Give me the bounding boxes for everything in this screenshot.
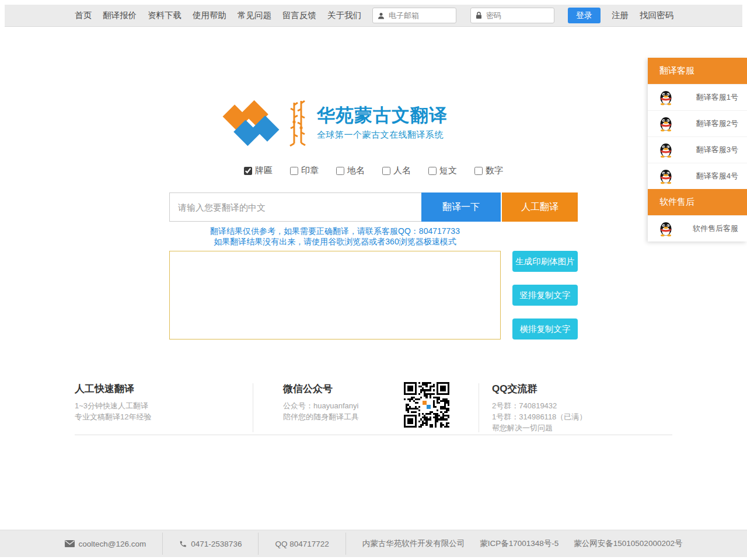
footer-wechat-line1: 公众号：huayuanfanyi <box>283 400 359 411</box>
translate-service-header: 翻译客服 <box>648 58 747 84</box>
footer-manual-translate: 人工快速翻译 1~3分钟快速人工翻译 专业文稿翻译12年经验 <box>75 382 151 422</box>
footer-qq-line1: 2号群：740819432 <box>492 400 587 411</box>
company-name: 内蒙古华苑软件开发有限公司 <box>362 538 465 549</box>
nav-pricing[interactable]: 翻译报价 <box>103 10 137 21</box>
category-personname[interactable]: 人名 <box>382 165 411 176</box>
nav-downloads[interactable]: 资料下载 <box>148 10 181 21</box>
login-cluster: 登录 注册 找回密码 <box>372 8 673 23</box>
category-number[interactable]: 数字 <box>474 165 503 176</box>
category-personname-checkbox[interactable] <box>382 167 390 175</box>
qq-penguin-icon <box>658 168 674 184</box>
footer-manual-line2: 专业文稿翻译12年经验 <box>75 411 151 422</box>
qq-penguin-icon <box>658 142 674 158</box>
category-placename-checkbox[interactable] <box>336 167 344 175</box>
sidebar-item-service-4[interactable]: 翻译客服4号 <box>648 163 747 189</box>
site-subtitle: 全球第一个蒙古文在线翻译系统 <box>317 130 448 141</box>
envelope-icon <box>65 540 75 547</box>
category-number-checkbox[interactable] <box>474 167 483 175</box>
nav-faq[interactable]: 常见问题 <box>238 10 271 21</box>
register-link[interactable]: 注册 <box>612 10 629 21</box>
sidebar-item-service-3[interactable]: 翻译客服3号 <box>648 136 747 163</box>
category-plaque[interactable]: 牌匾 <box>244 165 273 176</box>
notice: 翻译结果仅供参考，如果需要正确翻译，请联系客服QQ：804717733 如果翻译… <box>0 226 670 247</box>
email-input[interactable] <box>389 11 451 20</box>
qq-penguin-icon <box>658 89 674 106</box>
site-title: 华苑蒙古文翻译 <box>317 106 448 125</box>
footer-divider <box>253 383 253 432</box>
notice-line-2: 如果翻译结果没有出来，请使用谷歌浏览器或者360浏览器极速模式 <box>0 236 670 247</box>
nav-about[interactable]: 关于我们 <box>327 10 361 21</box>
translate-input[interactable] <box>169 192 421 222</box>
footer-divider <box>479 383 479 432</box>
mongolian-script-icon <box>285 100 310 146</box>
email-field-wrap <box>372 8 456 23</box>
footer-qq-line3: 帮您解决一切问题 <box>492 422 587 433</box>
page: 首页 翻译报价 资料下载 使用帮助 常见问题 留言反馈 关于我们 <box>0 0 747 560</box>
manual-translate-button[interactable]: 人工翻译 <box>502 192 578 222</box>
bottombar-email: cooltech@126.com <box>48 540 163 548</box>
translate-row: 翻译一下 人工翻译 <box>169 192 578 222</box>
sidebar-item-aftersale[interactable]: 软件售后客服 <box>648 215 747 242</box>
category-shorttext[interactable]: 短文 <box>428 165 457 176</box>
password-input[interactable] <box>486 11 549 20</box>
top-navbar: 首页 翻译报价 资料下载 使用帮助 常见问题 留言反馈 关于我们 <box>5 5 742 27</box>
bottom-bar: cooltech@126.com 0471-2538736 QQ 8047177… <box>0 530 747 557</box>
footer-qq-title: QQ交流群 <box>492 382 587 396</box>
notice-line-1: 翻译结果仅供参考，如果需要正确翻译，请联系客服QQ：804717733 <box>0 226 670 236</box>
person-icon <box>378 12 385 19</box>
footer-wechat-line2: 陪伴您的随身翻译工具 <box>283 411 359 422</box>
category-seal-checkbox[interactable] <box>290 167 298 175</box>
nav-feedback[interactable]: 留言反馈 <box>282 10 316 21</box>
nav-links: 首页 翻译报价 资料下载 使用帮助 常见问题 留言反馈 关于我们 <box>75 10 361 21</box>
footer: 人工快速翻译 1~3分钟快速人工翻译 专业文稿翻译12年经验 微信公众号 公众号… <box>75 382 672 436</box>
result-actions: 生成印刷体图片 竖排复制文字 横排复制文字 <box>512 251 578 352</box>
logo: 华苑蒙古文翻译 全球第一个蒙古文在线翻译系统 <box>0 99 670 147</box>
category-row: 牌匾 印章 地名 人名 短文 数字 <box>0 165 747 176</box>
login-button[interactable]: 登录 <box>568 8 601 23</box>
footer-wechat-title: 微信公众号 <box>283 382 359 396</box>
footer-qq-groups: QQ交流群 2号群：740819432 1号群：314986118（已满） 帮您… <box>492 382 587 433</box>
qq-penguin-icon <box>658 220 674 237</box>
copy-horizontal-text-button[interactable]: 横排复制文字 <box>512 318 578 340</box>
nav-help[interactable]: 使用帮助 <box>193 10 226 21</box>
footer-rule <box>75 435 672 435</box>
result-box[interactable] <box>169 251 501 340</box>
icp-number: 蒙ICP备17001348号-5 <box>480 538 558 549</box>
logo-text: 华苑蒙古文翻译 全球第一个蒙古文在线翻译系统 <box>317 106 448 141</box>
password-field-wrap <box>470 8 554 23</box>
footer-manual-title: 人工快速翻译 <box>75 382 151 396</box>
wechat-qr-code <box>404 382 449 428</box>
category-shorttext-checkbox[interactable] <box>428 167 437 175</box>
sidebar-item-service-2[interactable]: 翻译客服2号 <box>648 110 747 136</box>
aftersale-header: 软件售后 <box>648 189 747 215</box>
police-number: 蒙公网安备15010502000202号 <box>574 538 682 549</box>
category-plaque-checkbox[interactable] <box>244 167 252 175</box>
generate-print-image-button[interactable]: 生成印刷体图片 <box>512 251 578 272</box>
bottombar-legal: 内蒙古华苑软件开发有限公司 蒙ICP备17001348号-5 蒙公网安备1501… <box>346 538 699 549</box>
footer-qq-line2: 1号群：314986118（已满） <box>492 411 587 422</box>
category-seal[interactable]: 印章 <box>290 165 319 176</box>
footer-manual-line1: 1~3分钟快速人工翻译 <box>75 400 151 411</box>
logo-mark-icon <box>222 99 280 147</box>
sidebar-item-service-1[interactable]: 翻译客服1号 <box>648 84 747 110</box>
service-sidebar: 翻译客服 翻译客服1号 翻译客服2号 翻译客服3号 翻译客服4号 软件售后 软件… <box>648 58 747 242</box>
qq-penguin-icon <box>658 116 674 132</box>
forgot-password-link[interactable]: 找回密码 <box>640 10 673 21</box>
copy-vertical-text-button[interactable]: 竖排复制文字 <box>512 285 578 306</box>
bottombar-phone: 0471-2538736 <box>163 540 258 548</box>
category-placename[interactable]: 地名 <box>336 165 365 176</box>
phone-icon <box>179 540 187 548</box>
lock-icon <box>476 12 482 19</box>
translate-button[interactable]: 翻译一下 <box>421 192 501 222</box>
footer-wechat: 微信公众号 公众号：huayuanfanyi 陪伴您的随身翻译工具 <box>283 382 359 422</box>
bottombar-qq: QQ 804717722 <box>259 540 345 548</box>
nav-home[interactable]: 首页 <box>75 10 92 21</box>
